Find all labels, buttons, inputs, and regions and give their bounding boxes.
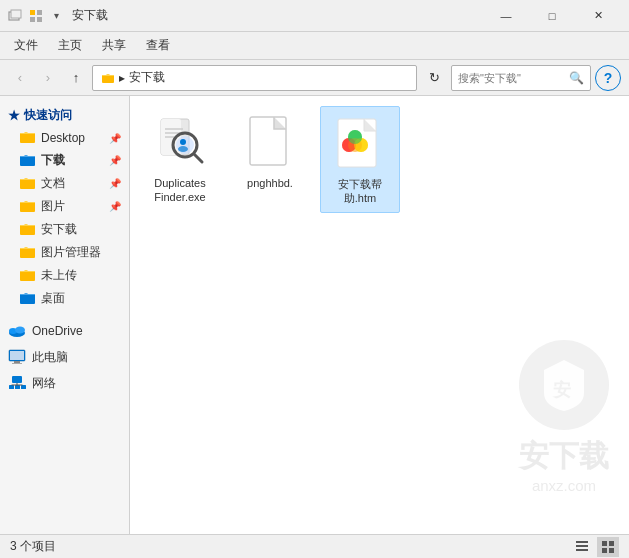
svg-line-37 — [194, 154, 202, 162]
folder-icon-pictures — [20, 199, 36, 215]
forward-button[interactable]: › — [36, 66, 60, 90]
up-button[interactable]: ↑ — [64, 66, 88, 90]
window-controls: — □ ✕ — [483, 0, 621, 32]
svg-rect-56 — [609, 548, 614, 553]
svg-rect-55 — [602, 548, 607, 553]
file-icon-exe — [150, 112, 210, 172]
sidebar-item-pictures[interactable]: 图片 📌 — [0, 195, 129, 218]
list-view-button[interactable] — [571, 537, 593, 557]
address-text: ▸ — [119, 71, 125, 85]
file-item-htm[interactable]: 安下载帮 助.htm — [320, 106, 400, 213]
file-icon-htm — [330, 113, 390, 173]
dropdown-icon[interactable]: ▾ — [48, 8, 64, 24]
file-label-png: pnghhbd. — [247, 176, 293, 190]
svg-rect-50 — [576, 541, 588, 543]
minimize-button[interactable]: — — [483, 0, 529, 32]
svg-rect-22 — [12, 376, 22, 383]
svg-rect-51 — [576, 545, 588, 547]
file-icon-blank — [240, 112, 300, 172]
sidebar-divider-1 — [0, 310, 129, 318]
svg-rect-24 — [15, 385, 20, 389]
svg-rect-4 — [30, 17, 35, 22]
svg-point-38 — [180, 139, 186, 145]
sidebar-item-unuploaded[interactable]: 未上传 — [0, 264, 129, 287]
menu-share[interactable]: 共享 — [92, 33, 136, 58]
svg-point-39 — [178, 146, 188, 152]
sidebar-item-desktop2[interactable]: 桌面 — [0, 287, 129, 310]
folder-icon-desktop2 — [20, 291, 36, 307]
main-area: ★ 快速访问 Desktop 📌 下载 📌 文档 📌 — [0, 96, 629, 534]
sidebar-item-network[interactable]: 网络 — [0, 370, 129, 396]
network-icon — [8, 374, 26, 392]
files-grid: Duplicates Finder.exe pnghhbd. — [130, 96, 629, 223]
close-button[interactable]: ✕ — [575, 0, 621, 32]
file-item-png[interactable]: pnghhbd. — [230, 106, 310, 213]
help-button[interactable]: ? — [595, 65, 621, 91]
svg-rect-8 — [20, 156, 35, 166]
view-controls — [571, 537, 619, 557]
sidebar-item-downloads[interactable]: 下载 📌 — [0, 149, 129, 172]
svg-rect-7 — [20, 133, 35, 143]
menu-home[interactable]: 主页 — [48, 33, 92, 58]
sidebar: ★ 快速访问 Desktop 📌 下载 📌 文档 📌 — [0, 96, 130, 534]
grid-view-button[interactable] — [597, 537, 619, 557]
svg-point-17 — [15, 327, 25, 334]
title-bar: ▾ 安下载 — □ ✕ — [0, 0, 629, 32]
refresh-button[interactable]: ↻ — [421, 65, 447, 91]
title-text: 安下载 — [72, 7, 483, 24]
status-count: 3 个项目 — [10, 538, 56, 555]
svg-rect-21 — [12, 363, 22, 364]
sidebar-item-desktop[interactable]: Desktop 📌 — [0, 127, 129, 149]
svg-text:安: 安 — [552, 379, 571, 400]
address-bar: ‹ › ↑ ▸ 安下载 ↻ 🔍 ? — [0, 60, 629, 96]
svg-rect-23 — [9, 385, 14, 389]
svg-rect-25 — [21, 385, 26, 389]
sidebar-item-onedrive[interactable]: OneDrive — [0, 318, 129, 344]
svg-rect-19 — [10, 351, 24, 360]
svg-rect-20 — [14, 361, 20, 363]
star-icon: ★ — [8, 108, 20, 123]
file-label-duplicates: Duplicates Finder.exe — [144, 176, 216, 205]
quick-access-header[interactable]: ★ 快速访问 — [0, 104, 129, 127]
pin-icon-downloads: 📌 — [109, 155, 121, 166]
svg-rect-12 — [20, 248, 35, 258]
onedrive-icon — [8, 322, 26, 340]
svg-rect-10 — [20, 202, 35, 212]
file-label-htm: 安下载帮 助.htm — [325, 177, 395, 206]
svg-rect-11 — [20, 225, 35, 235]
svg-rect-6 — [102, 75, 114, 83]
pin-icon: 📌 — [109, 133, 121, 144]
maximize-button[interactable]: □ — [529, 0, 575, 32]
search-icon[interactable]: 🔍 — [569, 71, 584, 85]
window-icon — [8, 8, 24, 24]
folder-icon-unuploaded — [20, 268, 36, 284]
content-area: 安 安下载 anxz.com — [130, 96, 629, 534]
folder-icon-downloads — [20, 153, 36, 169]
svg-rect-14 — [20, 294, 35, 304]
menu-view[interactable]: 查看 — [136, 33, 180, 58]
svg-rect-54 — [609, 541, 614, 546]
status-bar: 3 个项目 — [0, 534, 629, 558]
svg-rect-1 — [11, 10, 21, 18]
file-item-duplicates[interactable]: Duplicates Finder.exe — [140, 106, 220, 213]
folder-icon-desktop — [20, 130, 36, 146]
folder-icon-documents — [20, 176, 36, 192]
menu-file[interactable]: 文件 — [4, 33, 48, 58]
search-box[interactable]: 🔍 — [451, 65, 591, 91]
title-bar-icons: ▾ — [8, 8, 64, 24]
svg-rect-2 — [30, 10, 35, 15]
svg-rect-9 — [20, 179, 35, 189]
pin-icon-pics: 📌 — [109, 201, 121, 212]
svg-rect-53 — [602, 541, 607, 546]
sidebar-item-computer[interactable]: 此电脑 — [0, 344, 129, 370]
search-input[interactable] — [458, 72, 569, 84]
back-button[interactable]: ‹ — [8, 66, 32, 90]
watermark: 安 安下载 anxz.com — [519, 340, 609, 494]
folder-icon-anzaixia — [20, 222, 36, 238]
sidebar-item-pic-manager[interactable]: 图片管理器 — [0, 241, 129, 264]
sidebar-item-anzaixia[interactable]: 安下载 — [0, 218, 129, 241]
sidebar-item-documents[interactable]: 文档 📌 — [0, 172, 129, 195]
address-path[interactable]: ▸ 安下载 — [92, 65, 417, 91]
svg-rect-3 — [37, 10, 42, 15]
svg-rect-5 — [37, 17, 42, 22]
